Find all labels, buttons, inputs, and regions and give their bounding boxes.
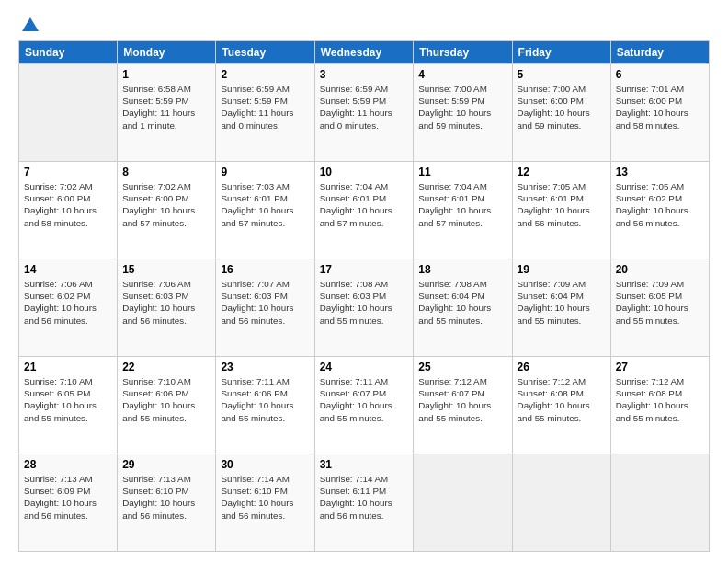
weekday-header-thursday: Thursday	[414, 41, 512, 64]
calendar-cell: 27Sunrise: 7:12 AM Sunset: 6:08 PM Dayli…	[610, 357, 709, 454]
day-number: 14	[24, 263, 112, 276]
day-number: 30	[221, 458, 309, 471]
calendar-cell: 19Sunrise: 7:09 AM Sunset: 6:04 PM Dayli…	[512, 259, 610, 357]
calendar-cell: 31Sunrise: 7:14 AM Sunset: 6:11 PM Dayli…	[314, 454, 414, 552]
calendar-cell: 7Sunrise: 7:02 AM Sunset: 6:00 PM Daylig…	[19, 162, 118, 259]
day-info: Sunrise: 7:06 AM Sunset: 6:03 PM Dayligh…	[122, 278, 210, 327]
calendar-cell: 6Sunrise: 7:01 AM Sunset: 6:00 PM Daylig…	[610, 64, 709, 162]
day-number: 7	[24, 166, 112, 178]
calendar-cell: 25Sunrise: 7:12 AM Sunset: 6:07 PM Dayli…	[414, 357, 512, 454]
day-info: Sunrise: 7:02 AM Sunset: 6:00 PM Dayligh…	[24, 180, 112, 229]
day-info: Sunrise: 7:14 AM Sunset: 6:11 PM Dayligh…	[320, 473, 409, 522]
day-number: 25	[418, 361, 506, 373]
day-info: Sunrise: 6:58 AM Sunset: 5:59 PM Dayligh…	[122, 83, 210, 132]
day-number: 24	[320, 361, 409, 373]
calendar-cell: 20Sunrise: 7:09 AM Sunset: 6:05 PM Dayli…	[610, 259, 709, 357]
calendar-cell: 10Sunrise: 7:04 AM Sunset: 6:01 PM Dayli…	[314, 162, 414, 259]
logo	[18, 15, 40, 33]
calendar-cell: 28Sunrise: 7:13 AM Sunset: 6:09 PM Dayli…	[19, 454, 118, 552]
calendar-cell: 13Sunrise: 7:05 AM Sunset: 6:02 PM Dayli…	[610, 162, 709, 259]
day-info: Sunrise: 7:13 AM Sunset: 6:10 PM Dayligh…	[122, 473, 210, 522]
day-number: 9	[221, 166, 309, 178]
day-number: 29	[122, 458, 210, 471]
day-info: Sunrise: 7:12 AM Sunset: 6:08 PM Dayligh…	[616, 375, 704, 424]
calendar-table: SundayMondayTuesdayWednesdayThursdayFrid…	[18, 40, 710, 552]
day-number: 31	[320, 458, 409, 471]
calendar-cell: 2Sunrise: 6:59 AM Sunset: 5:59 PM Daylig…	[216, 64, 314, 162]
calendar-cell	[414, 454, 512, 552]
week-row-4: 28Sunrise: 7:13 AM Sunset: 6:09 PM Dayli…	[19, 454, 710, 552]
logo-icon	[20, 15, 40, 35]
day-info: Sunrise: 7:03 AM Sunset: 6:01 PM Dayligh…	[221, 180, 309, 229]
day-info: Sunrise: 7:12 AM Sunset: 6:08 PM Dayligh…	[518, 375, 606, 424]
day-number: 28	[24, 458, 112, 471]
calendar-cell: 22Sunrise: 7:10 AM Sunset: 6:06 PM Dayli…	[118, 357, 216, 454]
week-row-3: 21Sunrise: 7:10 AM Sunset: 6:05 PM Dayli…	[19, 357, 710, 454]
day-info: Sunrise: 7:11 AM Sunset: 6:06 PM Dayligh…	[221, 375, 309, 424]
day-number: 11	[418, 166, 506, 178]
day-info: Sunrise: 7:09 AM Sunset: 6:05 PM Dayligh…	[616, 278, 704, 327]
svg-marker-0	[22, 17, 39, 31]
calendar-cell: 9Sunrise: 7:03 AM Sunset: 6:01 PM Daylig…	[216, 162, 314, 259]
weekday-header-tuesday: Tuesday	[216, 41, 314, 64]
day-info: Sunrise: 7:14 AM Sunset: 6:10 PM Dayligh…	[221, 473, 309, 522]
day-info: Sunrise: 7:10 AM Sunset: 6:06 PM Dayligh…	[122, 375, 210, 424]
day-number: 1	[122, 68, 210, 81]
day-info: Sunrise: 7:02 AM Sunset: 6:00 PM Dayligh…	[122, 180, 210, 229]
day-number: 16	[221, 263, 309, 276]
weekday-header-saturday: Saturday	[610, 41, 709, 64]
calendar-cell: 3Sunrise: 6:59 AM Sunset: 5:59 PM Daylig…	[314, 64, 414, 162]
day-info: Sunrise: 7:13 AM Sunset: 6:09 PM Dayligh…	[24, 473, 112, 522]
day-info: Sunrise: 7:04 AM Sunset: 6:01 PM Dayligh…	[418, 180, 506, 229]
day-info: Sunrise: 7:05 AM Sunset: 6:01 PM Dayligh…	[518, 180, 606, 229]
day-info: Sunrise: 7:11 AM Sunset: 6:07 PM Dayligh…	[320, 375, 409, 424]
day-number: 21	[24, 361, 112, 373]
day-info: Sunrise: 7:00 AM Sunset: 5:59 PM Dayligh…	[418, 83, 506, 132]
day-number: 15	[122, 263, 210, 276]
header	[18, 15, 710, 33]
day-info: Sunrise: 7:09 AM Sunset: 6:04 PM Dayligh…	[518, 278, 606, 327]
day-info: Sunrise: 7:01 AM Sunset: 6:00 PM Dayligh…	[616, 83, 704, 132]
day-info: Sunrise: 7:08 AM Sunset: 6:03 PM Dayligh…	[320, 278, 409, 327]
day-number: 27	[616, 361, 704, 373]
day-info: Sunrise: 7:07 AM Sunset: 6:03 PM Dayligh…	[221, 278, 309, 327]
calendar-cell: 14Sunrise: 7:06 AM Sunset: 6:02 PM Dayli…	[19, 259, 118, 357]
day-info: Sunrise: 7:06 AM Sunset: 6:02 PM Dayligh…	[24, 278, 112, 327]
day-number: 19	[518, 263, 606, 276]
calendar-cell: 30Sunrise: 7:14 AM Sunset: 6:10 PM Dayli…	[216, 454, 314, 552]
calendar-cell: 5Sunrise: 7:00 AM Sunset: 6:00 PM Daylig…	[512, 64, 610, 162]
calendar-cell: 4Sunrise: 7:00 AM Sunset: 5:59 PM Daylig…	[414, 64, 512, 162]
weekday-header-friday: Friday	[512, 41, 610, 64]
calendar-cell: 15Sunrise: 7:06 AM Sunset: 6:03 PM Dayli…	[118, 259, 216, 357]
calendar-cell: 18Sunrise: 7:08 AM Sunset: 6:04 PM Dayli…	[414, 259, 512, 357]
day-info: Sunrise: 6:59 AM Sunset: 5:59 PM Dayligh…	[221, 83, 309, 132]
page: SundayMondayTuesdayWednesdayThursdayFrid…	[0, 0, 728, 563]
day-info: Sunrise: 7:05 AM Sunset: 6:02 PM Dayligh…	[616, 180, 704, 229]
calendar-cell: 17Sunrise: 7:08 AM Sunset: 6:03 PM Dayli…	[314, 259, 414, 357]
calendar-cell: 8Sunrise: 7:02 AM Sunset: 6:00 PM Daylig…	[118, 162, 216, 259]
day-number: 4	[418, 68, 506, 81]
calendar-cell	[512, 454, 610, 552]
day-info: Sunrise: 7:04 AM Sunset: 6:01 PM Dayligh…	[320, 180, 409, 229]
day-number: 3	[320, 68, 409, 81]
weekday-header-monday: Monday	[118, 41, 216, 64]
week-row-1: 7Sunrise: 7:02 AM Sunset: 6:00 PM Daylig…	[19, 162, 710, 259]
day-number: 17	[320, 263, 409, 276]
day-number: 20	[616, 263, 704, 276]
day-info: Sunrise: 7:12 AM Sunset: 6:07 PM Dayligh…	[418, 375, 506, 424]
day-number: 22	[122, 361, 210, 373]
calendar-cell: 26Sunrise: 7:12 AM Sunset: 6:08 PM Dayli…	[512, 357, 610, 454]
calendar-cell	[610, 454, 709, 552]
day-info: Sunrise: 7:08 AM Sunset: 6:04 PM Dayligh…	[418, 278, 506, 327]
day-number: 2	[221, 68, 309, 81]
day-number: 23	[221, 361, 309, 373]
day-info: Sunrise: 6:59 AM Sunset: 5:59 PM Dayligh…	[320, 83, 409, 132]
day-number: 18	[418, 263, 506, 276]
day-number: 13	[616, 166, 704, 178]
day-number: 8	[122, 166, 210, 178]
calendar-cell: 16Sunrise: 7:07 AM Sunset: 6:03 PM Dayli…	[216, 259, 314, 357]
day-info: Sunrise: 7:00 AM Sunset: 6:00 PM Dayligh…	[518, 83, 606, 132]
day-number: 6	[616, 68, 704, 81]
day-info: Sunrise: 7:10 AM Sunset: 6:05 PM Dayligh…	[24, 375, 112, 424]
day-number: 10	[320, 166, 409, 178]
